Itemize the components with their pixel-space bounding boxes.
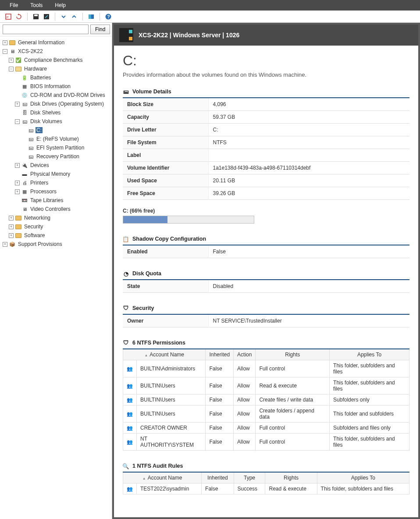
- cell-action: Allow: [234, 405, 256, 423]
- tree-volume-e[interactable]: 🖴E: (ReFS Volume): [3, 135, 111, 143]
- col-rights[interactable]: Rights: [265, 472, 317, 483]
- tree-general[interactable]: +General Information: [3, 38, 111, 47]
- cell-inherited: False: [206, 395, 234, 405]
- tree-processors[interactable]: +▦Processors: [3, 187, 111, 196]
- tree-support[interactable]: +📦Support Provisions: [3, 240, 111, 249]
- tree-compliance[interactable]: +✅Compliance Benchmarks: [3, 56, 111, 64]
- cell-rights: Full control: [256, 360, 330, 377]
- tree-volume-recovery[interactable]: 🖴Recovery Partition: [3, 152, 111, 161]
- cell-inherited: False: [206, 423, 234, 434]
- config-icon: 📋: [123, 236, 129, 242]
- table-row[interactable]: BUILTIN\UsersFalseAllowRead & executeThi…: [123, 377, 409, 395]
- cpu-icon: ▦: [21, 188, 28, 195]
- tree-bios[interactable]: ▦BIOS Information: [3, 82, 111, 91]
- search-input[interactable]: [3, 25, 89, 34]
- tree-software[interactable]: +Software: [3, 231, 111, 240]
- content-area: XCS-2K22 | Windows Server | 1026 C: Prov…: [112, 23, 420, 519]
- section-security: 🛡 Security: [123, 302, 409, 314]
- label-shadow-enabled: Enabled: [123, 245, 208, 258]
- cell-applies: This folder, subfolders and files: [330, 434, 409, 451]
- table-row[interactable]: CREATOR OWNERFalseAllowFull controlSubfo…: [123, 423, 409, 434]
- col-action[interactable]: Action: [234, 349, 256, 360]
- value-capacity: 59.37 GB: [208, 111, 409, 124]
- tree-devices[interactable]: +🔌Devices: [3, 161, 111, 170]
- save-icon[interactable]: [32, 13, 40, 21]
- table-row[interactable]: BUILTIN\AdministratorsFalseAllowFull con…: [123, 360, 409, 377]
- label-drive-letter: Drive Letter: [123, 124, 208, 136]
- cell-action: Allow: [234, 434, 256, 451]
- col-inherited[interactable]: Inherited: [202, 472, 234, 483]
- svg-text:P: P: [7, 16, 9, 19]
- tree-batteries[interactable]: 🔋Batteries: [3, 73, 111, 82]
- table-row[interactable]: TEST2022\sysadminFalseSuccessRead & exec…: [123, 483, 409, 494]
- user-icon: [123, 434, 137, 451]
- cell-account: CREATOR OWNER: [137, 423, 206, 434]
- tree-volume-efi[interactable]: 🖴EFI System Partition: [3, 143, 111, 152]
- label-label: Label: [123, 149, 208, 162]
- battery-icon: 🔋: [21, 75, 28, 81]
- cell-account: BUILTIN\Administrators: [137, 360, 206, 377]
- pdf-icon[interactable]: P: [4, 13, 12, 21]
- help-icon[interactable]: ?: [104, 13, 112, 21]
- chevron-up-icon[interactable]: [70, 13, 78, 21]
- menu-help[interactable]: Help: [49, 2, 72, 8]
- tree-shelves[interactable]: 🗄Disk Shelves: [3, 108, 111, 117]
- table-row[interactable]: NT AUTHORITY\SYSTEMFalseAllowFull contro…: [123, 434, 409, 451]
- col-applies[interactable]: Applies To: [317, 472, 409, 483]
- audit-table: Account Name Inherited Type Rights Appli…: [123, 472, 409, 494]
- user-icon: [123, 377, 137, 395]
- col-applies[interactable]: Applies To: [330, 349, 409, 360]
- tree-hardware[interactable]: −Hardware: [3, 64, 111, 73]
- drive-icon: 🖴: [123, 89, 129, 95]
- tree-diskdrives[interactable]: +🖴Disk Drives (Operating System): [3, 100, 111, 108]
- menu-tools[interactable]: Tools: [24, 2, 49, 8]
- device-icon: 🔌: [21, 162, 28, 168]
- tree-printers[interactable]: +🖨Printers: [3, 178, 111, 187]
- value-owner: NT SERVICE\TrustedInstaller: [208, 314, 409, 327]
- drive-icon: 🖴: [21, 118, 28, 124]
- tree-networking[interactable]: +Networking: [3, 213, 111, 222]
- box-icon: 📦: [9, 241, 16, 247]
- value-volume-id: 1a1e138d-f439-483a-a498-67110314debf: [208, 162, 409, 174]
- disc-icon: 💿: [21, 92, 28, 98]
- label-block-size: Block Size: [123, 98, 208, 111]
- chevron-down-icon[interactable]: [60, 13, 68, 21]
- tree-security[interactable]: +Security: [3, 222, 111, 231]
- table-header-row: Account Name Inherited Action Rights App…: [123, 349, 409, 360]
- tree-volume-c[interactable]: 🖴C:: [3, 126, 111, 135]
- cell-account: TEST2022\sysadmin: [137, 483, 202, 494]
- toolbar-separator: [82, 13, 83, 21]
- tree-physmem[interactable]: ▬Physical Memory: [3, 170, 111, 178]
- volume-details-table: Block Size4,096 Capacity59.37 GB Drive L…: [123, 97, 409, 200]
- cell-rights: Create folders / append data: [256, 405, 330, 423]
- cell-inherited: False: [206, 405, 234, 423]
- table-row[interactable]: BUILTIN\UsersFalseAllowCreate folders / …: [123, 405, 409, 423]
- pie-icon: ◔: [123, 270, 129, 277]
- cell-inherited: False: [206, 360, 234, 377]
- tree-volumes[interactable]: −🖴Disk Volumes: [3, 117, 111, 126]
- menu-file[interactable]: File: [4, 2, 24, 8]
- svg-rect-5: [89, 14, 91, 19]
- tree-host[interactable]: −🖥XCS-2K22: [3, 47, 111, 56]
- usage-label: C: (66% free): [123, 208, 409, 214]
- table-row[interactable]: BUILTIN\UsersFalseAllowCreate files / wr…: [123, 395, 409, 405]
- user-icon: [123, 395, 137, 405]
- toolbar-separator: [27, 13, 28, 21]
- find-button[interactable]: Find: [90, 25, 110, 34]
- col-type[interactable]: Type: [234, 472, 265, 483]
- col-account[interactable]: Account Name: [123, 472, 202, 483]
- tree-tape[interactable]: 📼Tape Libraries: [3, 196, 111, 205]
- col-inherited[interactable]: Inherited: [206, 349, 234, 360]
- app-logo-icon: [119, 28, 133, 42]
- cell-action: Allow: [234, 360, 256, 377]
- refresh-icon[interactable]: [15, 13, 23, 21]
- label-free-space: Free Space: [123, 187, 208, 200]
- compare-icon[interactable]: [87, 13, 95, 21]
- cell-rights: Read & execute: [256, 377, 330, 395]
- col-account[interactable]: Account Name: [123, 349, 206, 360]
- col-rights[interactable]: Rights: [256, 349, 330, 360]
- shadow-table: EnabledFalse: [123, 245, 409, 258]
- tree-video[interactable]: 🖥Video Controllers: [3, 205, 111, 213]
- tree-cdrom[interactable]: 💿CD-ROM and DVD-ROM Drives: [3, 91, 111, 100]
- edit-icon[interactable]: [43, 13, 50, 21]
